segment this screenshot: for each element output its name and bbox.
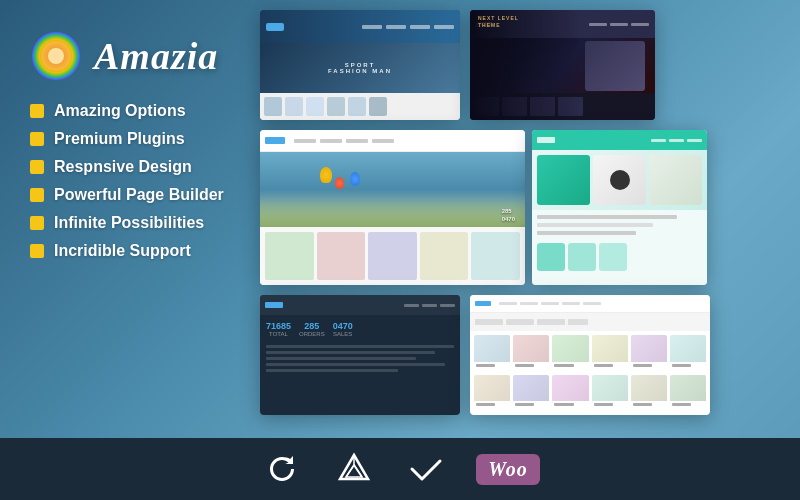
features-list: Amazing Options Premium Plugins Respnsiv… xyxy=(30,102,240,260)
feature-responsive-design: Respnsive Design xyxy=(30,158,240,176)
left-panel: Amazia Amazing Options Premium Plugins R… xyxy=(0,0,260,500)
bullet-icon-4 xyxy=(30,188,44,202)
mockup-dark-theme: NEXT LEVELTHEME xyxy=(470,10,655,120)
mockup-sport-fashion: SPORTFASHION MAN xyxy=(260,10,460,120)
main-container: Amazia Amazing Options Premium Plugins R… xyxy=(0,0,800,500)
feature-incredible-support: Incridible Support xyxy=(30,242,240,260)
mockup-dark-stats: 71685 TOTAL 285 ORDERS 0470 SALES xyxy=(260,295,460,415)
mockup-teal-theme xyxy=(532,130,707,285)
mockup-group: SPORTFASHION MAN xyxy=(260,10,790,430)
feature-premium-plugins: Premium Plugins xyxy=(30,130,240,148)
brand-logo-icon xyxy=(30,30,82,82)
bullet-icon-3 xyxy=(30,160,44,174)
feature-text-3: Respnsive Design xyxy=(54,158,192,176)
feature-page-builder: Powerful Page Builder xyxy=(30,186,240,204)
bullet-icon-6 xyxy=(30,244,44,258)
brand-name: Amazia xyxy=(94,34,218,78)
feature-text-4: Powerful Page Builder xyxy=(54,186,224,204)
logo-area: Amazia xyxy=(30,30,240,82)
stat-2: 285 xyxy=(299,321,325,331)
stat-label-2: ORDERS xyxy=(299,331,325,337)
checkmark-icon xyxy=(408,451,444,487)
bullet-icon-5 xyxy=(30,216,44,230)
right-panel: SPORTFASHION MAN xyxy=(260,0,800,500)
feature-text-1: Amazing Options xyxy=(54,102,186,120)
feature-amazing-options: Amazing Options xyxy=(30,102,240,120)
bottom-bar: Woo xyxy=(0,438,800,500)
bullet-icon-2 xyxy=(30,132,44,146)
mockup-ecommerce-grid xyxy=(470,295,710,415)
bullet-icon-1 xyxy=(30,104,44,118)
stat-1: 71685 xyxy=(266,321,291,331)
woo-text: Woo xyxy=(488,458,527,481)
stat-3: 0470 xyxy=(333,321,353,331)
stat-label-3: SALES xyxy=(333,331,353,337)
woocommerce-badge[interactable]: Woo xyxy=(476,454,539,485)
feature-text-5: Infinite Possibilities xyxy=(54,214,204,232)
unity-icon xyxy=(336,451,372,487)
feature-text-2: Premium Plugins xyxy=(54,130,185,148)
mockup-balloon-landscape: 285 0470 xyxy=(260,130,525,285)
unity-icon-wrapper[interactable] xyxy=(332,447,376,491)
stat-label-1: TOTAL xyxy=(266,331,291,337)
feature-infinite-possibilities: Infinite Possibilities xyxy=(30,214,240,232)
checkmark-icon-wrapper[interactable] xyxy=(404,447,448,491)
feature-text-6: Incridible Support xyxy=(54,242,191,260)
svg-point-2 xyxy=(48,48,64,64)
refresh-icon xyxy=(264,451,300,487)
refresh-icon-wrapper[interactable] xyxy=(260,447,304,491)
